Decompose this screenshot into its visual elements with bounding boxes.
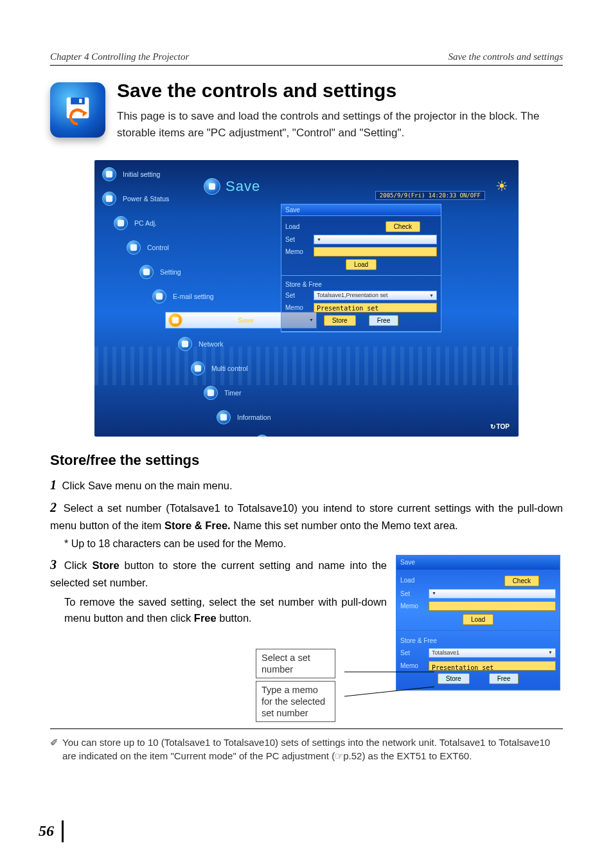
footnote-text: You can store up to 10 (Totalsave1 to To…	[62, 736, 563, 764]
nav-timer[interactable]: Timer	[204, 384, 317, 402]
step-3e: Free	[194, 612, 217, 624]
p2-load-memo	[429, 601, 556, 611]
clock-display: 2005/9/9(Fri) 14:20:33 ON/OFF	[375, 191, 485, 200]
running-head-left: Chapter 4 Controlling the Projector	[50, 51, 189, 62]
p2-store-set-select[interactable]: Totalsave1	[429, 648, 556, 658]
p2-check-button[interactable]: Check	[504, 575, 539, 586]
step-3f: button.	[217, 612, 252, 624]
set2-label: Set	[285, 292, 310, 299]
svg-rect-2	[79, 99, 82, 104]
memo-label: Memo	[285, 248, 310, 255]
svg-rect-1	[71, 98, 85, 105]
save-heading-label: Save	[226, 178, 260, 195]
save-heading-badge: Save	[204, 178, 260, 195]
p2-free-button[interactable]: Free	[489, 673, 519, 684]
store-button[interactable]: Store	[324, 315, 356, 326]
p2-load-set-select[interactable]	[429, 589, 556, 599]
nav-multi-control[interactable]: Multi control	[191, 359, 317, 377]
step-2c: Name this set number onto the Memo text …	[231, 520, 458, 531]
page-intro: This page is to save and load the contro…	[117, 108, 563, 142]
save-panel: Save LoadCheck Set Memo Load Store & Fre…	[281, 204, 441, 332]
callout-select-set: Select a set number	[256, 649, 335, 678]
nav-network[interactable]: Network	[178, 335, 317, 353]
store-memo-field[interactable]: Presentation set	[314, 303, 437, 312]
memo2-label: Memo	[285, 304, 310, 311]
step-2-note: * Up to 18 characters can be used for th…	[64, 536, 563, 552]
load-set-select[interactable]	[314, 235, 437, 244]
step-2b: Store & Free.	[164, 520, 231, 531]
check-button[interactable]: Check	[386, 221, 420, 232]
load-label: Load	[285, 223, 310, 230]
free-button[interactable]: Free	[369, 315, 399, 326]
nav-information[interactable]: Information	[217, 408, 317, 426]
lamp-icon: ☀	[495, 178, 508, 195]
panel2-title: Save	[400, 559, 415, 566]
load-memo-field	[314, 247, 437, 257]
set-label: Set	[285, 236, 310, 243]
step-1-num: 1	[50, 478, 57, 492]
step-3b: Store	[93, 559, 120, 571]
p2-store-memo-field[interactable]: Presentation set	[429, 661, 556, 671]
page-number-bar	[62, 820, 64, 842]
running-head: Chapter 4 Controlling the Projector Save…	[50, 51, 563, 66]
app-screenshot: Initial setting Power & Status PC Adj. C…	[94, 160, 519, 437]
pencil-icon: ✐	[50, 736, 58, 764]
p2-store-button[interactable]: Store	[438, 673, 470, 684]
load-button[interactable]: Load	[346, 259, 377, 270]
footnote: ✐ You can store up to 10 (Totalsave1 to …	[50, 729, 563, 764]
p2-load-button[interactable]: Load	[463, 614, 493, 625]
store-set-select[interactable]: Totalsave1,Presentation set	[314, 291, 437, 300]
top-link[interactable]: TOP	[490, 423, 510, 430]
callout-type-memo: Type a memo for the selected set number	[256, 681, 335, 722]
step-3-num: 3	[50, 557, 57, 572]
subheading: Store/free the settings	[50, 452, 563, 469]
step-3a: Click	[59, 559, 93, 571]
panel-title: Save	[285, 206, 300, 213]
save-heading-icon	[204, 178, 220, 195]
step-1-text: Click Save menu on the main menu.	[59, 480, 233, 491]
page-number: 56	[39, 822, 54, 840]
running-head-right: Save the controls and settings	[448, 51, 563, 62]
nav-snmp-setting[interactable]: SNMP setting	[255, 433, 317, 437]
store-free-label: Store & Free	[285, 281, 322, 288]
step-2-num: 2	[50, 500, 57, 514]
page-title: Save the controls and settings	[117, 80, 563, 102]
save-panel-detail: Save LoadCheck Set Memo Load Store & Fre…	[396, 555, 560, 691]
save-hero-icon	[50, 82, 105, 138]
